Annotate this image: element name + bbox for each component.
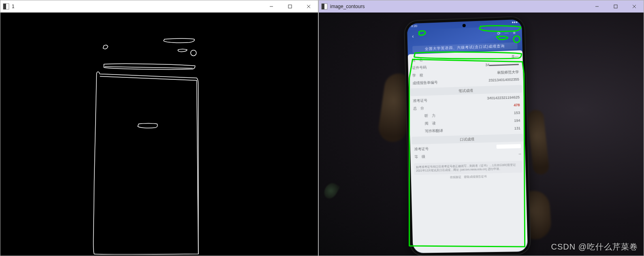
field-label: 证件号码 bbox=[412, 65, 426, 70]
field-label: 总 分 bbox=[413, 106, 424, 111]
maximize-button[interactable] bbox=[606, 0, 625, 12]
field-value: 131 bbox=[514, 126, 520, 131]
svg-rect-10 bbox=[614, 5, 617, 8]
window-title: image_contours bbox=[330, 4, 588, 9]
field-value: 3401422321194625 bbox=[487, 95, 520, 101]
status-icons: ●●● bbox=[512, 20, 518, 26]
field-label: 学 校 bbox=[412, 73, 423, 79]
maximize-button[interactable] bbox=[281, 0, 299, 12]
leaf-shape bbox=[322, 181, 340, 201]
field-value: 阜阳师范大学 bbox=[497, 70, 519, 76]
titlebar[interactable]: 1 bbox=[0, 0, 318, 13]
field-value: 232134014002355 bbox=[488, 77, 519, 83]
field-label: 等 级 bbox=[414, 154, 425, 160]
footnote: 如考准考证号和口语准考证号都正确填写，则两者（证书）…1月20日8时前登记202… bbox=[414, 161, 522, 175]
window-buttons bbox=[588, 0, 644, 12]
svg-rect-8 bbox=[322, 4, 324, 9]
field-value: 34▬▬▬▬▬▬▬▬ bbox=[485, 62, 519, 68]
minimize-button[interactable] bbox=[262, 0, 281, 12]
field-value bbox=[497, 144, 521, 150]
field-label: 写作和翻译 bbox=[425, 128, 443, 134]
field-label: 阅 读 bbox=[425, 121, 436, 126]
svg-rect-1 bbox=[3, 4, 6, 9]
blank-input bbox=[497, 144, 521, 149]
field-value: 194 bbox=[514, 118, 520, 124]
svg-point-6 bbox=[191, 50, 196, 56]
app-header: ‹ ⟳ ⋯ ≡ 全国大学英语四、六级考试(含口试)成绩查询 bbox=[407, 26, 522, 55]
titlebar[interactable]: image_contours bbox=[319, 0, 644, 13]
field-label: 准考证号 bbox=[414, 146, 429, 152]
window-edges: 1 bbox=[0, 0, 318, 256]
footnote-links: 在线验证 获取成绩报告证书 bbox=[414, 174, 523, 180]
field-label: 成绩报告单编号 bbox=[412, 80, 438, 86]
field-label: 姓 名 bbox=[412, 58, 423, 63]
phone-mockup: 9:20 ●●● ‹ ⟳ ⋯ ≡ 全国大学英语四、六级考试(含口试)成绩查询 姓… bbox=[404, 16, 531, 256]
field-label: 准考证号 bbox=[413, 98, 428, 104]
window-title: 1 bbox=[12, 4, 262, 9]
field-value: 478 bbox=[514, 103, 520, 109]
watermark-text: CSDN @吃什么芹菜卷 bbox=[551, 241, 638, 252]
window-buttons bbox=[262, 0, 318, 12]
svg-rect-3 bbox=[288, 5, 292, 8]
window-contours: image_contours 9:20 ●●● bbox=[318, 0, 644, 256]
header-icons: ⟳ ⋯ ≡ bbox=[497, 30, 517, 36]
field-value: 153 bbox=[514, 111, 520, 116]
app-icon bbox=[321, 3, 328, 10]
close-button[interactable] bbox=[625, 0, 644, 12]
edge-canvas bbox=[0, 13, 318, 256]
field-value: -- bbox=[518, 152, 521, 157]
status-time: 9:20 bbox=[411, 24, 418, 30]
field-value: 吴— bbox=[511, 54, 518, 60]
app-icon bbox=[3, 3, 9, 10]
photo-canvas: 9:20 ●●● ‹ ⟳ ⋯ ≡ 全国大学英语四、六级考试(含口试)成绩查询 姓… bbox=[319, 13, 644, 256]
field-label: 听 力 bbox=[424, 113, 435, 119]
score-card: 姓 名吴— 证件号码34▬▬▬▬▬▬▬▬ 学 校阜阳师范大学 成绩报告单编号23… bbox=[408, 50, 528, 253]
finger-shape bbox=[527, 109, 550, 175]
back-icon: ‹ bbox=[412, 34, 414, 39]
close-button[interactable] bbox=[299, 0, 318, 12]
minimize-button[interactable] bbox=[588, 0, 606, 12]
